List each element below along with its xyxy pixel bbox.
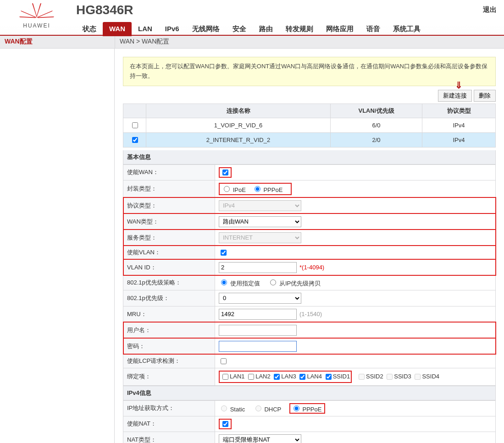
bind-lan3-label: LAN3 [281, 373, 296, 380]
encap-ipoe-label: IPoE [233, 186, 246, 193]
huawei-logo-icon [14, 3, 60, 20]
policy-copy-label: 从IP优先级拷贝 [279, 280, 321, 287]
table-row[interactable]: 2_INTERNET_R_VID_2 2/0 IPv4 [123, 132, 496, 147]
bind-ssid1-checkbox[interactable] [326, 374, 332, 380]
tab-tools[interactable]: 系统工具 [387, 22, 427, 36]
ipmode-pppoe-label: PPPoE [302, 406, 321, 413]
logout-link[interactable]: 退出 [483, 5, 497, 14]
tab-voice[interactable]: 语音 [360, 22, 387, 36]
bind-lan4-checkbox[interactable] [299, 374, 305, 380]
mru-input[interactable] [219, 309, 297, 320]
new-connection-button[interactable]: 新建连接 [438, 90, 472, 102]
delete-button[interactable]: 删除 [474, 90, 496, 102]
section-basic: 基本信息 [123, 150, 496, 164]
label-mru: MRU： [123, 306, 215, 322]
second-bar: WAN配置 WAN > WAN配置 [0, 36, 504, 49]
tab-route[interactable]: 路由 [253, 22, 279, 36]
tab-wlan[interactable]: 无线网络 [186, 22, 226, 36]
ipmode-dhcp-label: DHCP [264, 406, 281, 413]
bind-lan2-checkbox[interactable] [248, 374, 254, 380]
tab-status[interactable]: 状态 [76, 22, 103, 36]
policy-use-radio[interactable] [221, 279, 227, 285]
label-password: 密码： [123, 338, 215, 354]
label-enable-wan: 使能WAN： [123, 164, 215, 180]
label-username: 用户名： [123, 322, 215, 338]
col-connection-name: 连接名称 [146, 104, 331, 118]
row-proto: IPv4 [422, 132, 496, 147]
bind-ssid2-label: SSID2 [366, 373, 383, 380]
username-input[interactable] [219, 325, 297, 336]
protocol-select: IPv4 [219, 200, 301, 211]
ipmode-dhcp-radio [255, 405, 261, 411]
col-vlan-priority: VLAN/优先级 [331, 104, 422, 118]
breadcrumb: WAN > WAN配置 [115, 36, 504, 48]
tab-security[interactable]: 安全 [226, 22, 253, 36]
lcp-checkbox[interactable] [221, 358, 227, 364]
ipv4-form: IP地址获取方式： Static DHCP PPPoE 使能NAT： NAT类型… [123, 400, 496, 443]
label-enable-nat: 使能NAT： [123, 416, 215, 432]
section-ipv4: IPv4信息 [123, 386, 496, 400]
row-checkbox[interactable] [132, 122, 138, 128]
tab-ipv6[interactable]: IPv6 [159, 22, 186, 36]
policy-use-label: 使用指定值 [230, 280, 260, 287]
label-vlan-id: VLAN ID： [123, 259, 215, 275]
row-proto: IPv4 [422, 118, 496, 132]
policy-copy-radio[interactable] [270, 279, 276, 285]
col-protocol: 协议类型 [422, 104, 496, 118]
enable-nat-checkbox[interactable] [222, 421, 228, 427]
ipmode-static-label: Static [230, 406, 245, 413]
label-wan-type: WAN类型： [123, 213, 215, 230]
row-checkbox[interactable] [132, 137, 138, 143]
8021p-select[interactable]: 0 [219, 293, 301, 304]
row-name: 1_VOIP_R_VID_6 [146, 118, 331, 132]
tab-forward[interactable]: 转发规则 [279, 22, 320, 36]
info-box: 在本页面上，您可以配置WAN口参数。家庭网关ONT通过WAN口与高层网络设备通信… [123, 57, 496, 86]
tab-app[interactable]: 网络应用 [320, 22, 360, 36]
label-encap: 封装类型： [123, 180, 215, 197]
password-input[interactable] [219, 341, 297, 352]
connection-table: 连接名称 VLAN/优先级 协议类型 1_VOIP_R_VID_6 6/0 IP… [123, 104, 496, 148]
encap-pppoe-label: PPPoE [263, 186, 282, 193]
mru-hint: (1-1540) [299, 311, 322, 317]
label-bind: 绑定项： [123, 368, 215, 385]
content-area: 在本页面上，您可以配置WAN口参数。家庭网关ONT通过WAN口与高层网络设备通信… [115, 49, 504, 443]
encap-pppoe-radio[interactable] [255, 186, 260, 192]
row-vlan: 6/0 [331, 118, 422, 132]
bind-ssid1-label: SSID1 [333, 373, 350, 380]
table-row[interactable]: 1_VOIP_R_VID_6 6/0 IPv4 [123, 118, 496, 132]
row-name: 2_INTERNET_R_VID_2 [146, 132, 331, 147]
bind-ssid2-checkbox [359, 374, 365, 380]
sidebar [0, 49, 115, 443]
enable-vlan-checkbox[interactable] [221, 250, 227, 256]
top-right: HG8346R 状态 WAN LAN IPv6 无线网络 安全 路由 转发规则 … [73, 0, 504, 36]
nat-type-select[interactable]: 端口受限锥形NAT [219, 434, 301, 443]
ipmode-static-radio [221, 405, 227, 411]
top-bar: HUAWEI HG8346R 状态 WAN LAN IPv6 无线网络 安全 路… [0, 0, 504, 36]
bind-lan1-checkbox[interactable] [222, 374, 228, 380]
label-ip-mode: IP地址获取方式： [123, 400, 215, 416]
tab-lan[interactable]: LAN [132, 22, 159, 36]
label-proto: 协议类型： [123, 197, 215, 213]
bind-lan4-label: LAN4 [307, 373, 322, 380]
tab-wan[interactable]: WAN [103, 22, 132, 36]
label-lcp: 使能LCP请求检测： [123, 354, 215, 368]
vlan-id-hint: *(1-4094) [299, 264, 324, 271]
bind-ssid3-checkbox [387, 374, 393, 380]
label-8021p-policy: 802.1p优先级策略： [123, 275, 215, 290]
model-label: HG8346R [76, 3, 504, 17]
label-8021p: 802.1p优先级： [123, 290, 215, 306]
label-service: 服务类型： [123, 230, 215, 246]
basic-form: 使能WAN： 封装类型： IPoE PPPoE 协议类型： IPv4 WAN类型… [123, 164, 496, 386]
wan-type-select[interactable]: 路由WAN [219, 216, 301, 227]
brand-text: HUAWEI [0, 22, 73, 29]
row-vlan: 2/0 [331, 132, 422, 147]
bind-lan1-label: LAN1 [230, 373, 245, 380]
bind-lan3-checkbox[interactable] [274, 374, 280, 380]
side-menu-wanconfig[interactable]: WAN配置 [0, 36, 115, 48]
bind-lan2-label: LAN2 [255, 373, 271, 380]
ipmode-pppoe-radio[interactable] [294, 405, 299, 411]
encap-ipoe-radio[interactable] [224, 186, 230, 192]
vlan-id-input[interactable] [219, 262, 297, 273]
bind-ssid3-label: SSID3 [394, 373, 411, 380]
enable-wan-checkbox[interactable] [222, 170, 228, 175]
